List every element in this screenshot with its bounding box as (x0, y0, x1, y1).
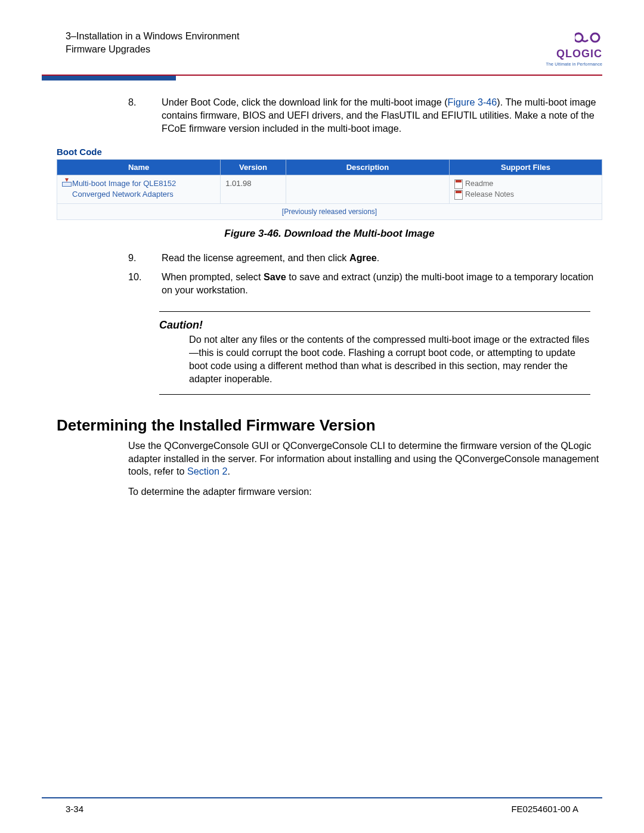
section-body: Use the QConvergeConsole GUI or QConverg… (128, 439, 602, 498)
figure-ref-link[interactable]: Figure 3-46 (448, 97, 497, 107)
prev-versions-row: [Previously released versions] (57, 204, 602, 220)
section-ref-link[interactable]: Section 2 (187, 466, 228, 476)
page-number: 3-34 (66, 803, 83, 815)
cell-name: Multi-boot Image for QLE8152 Converged N… (57, 175, 221, 204)
footer-rule (42, 797, 602, 798)
cell-description (286, 175, 449, 204)
figure-3-46: Boot Code Name Version Description Suppo… (57, 146, 602, 241)
caution-title: Caution! (159, 312, 590, 333)
col-name: Name (57, 159, 221, 175)
multiboot-download-link[interactable]: Multi-boot Image for QLE8152 Converged N… (72, 178, 215, 199)
step-text: Read the license agreement, and then cli… (162, 252, 602, 265)
cell-version: 1.01.98 (221, 175, 286, 204)
doc-id: FE0254601-00 A (511, 803, 578, 815)
readme-link[interactable]: Readme (454, 179, 597, 189)
header-rules (42, 75, 602, 81)
step-text: When prompted, select Save to save and e… (162, 271, 602, 297)
step-text: Under Boot Code, click the download link… (162, 96, 602, 135)
boot-code-title: Boot Code (57, 146, 602, 159)
page-header: 3–Installation in a Windows Environment … (42, 24, 602, 71)
figure-caption: Figure 3-46. Download the Multi-boot Ima… (57, 227, 602, 241)
section-heading: Determining the Installed Firmware Versi… (57, 415, 602, 436)
qlogic-logo-icon (575, 35, 602, 46)
document-icon (454, 179, 463, 189)
table-header-row: Name Version Description Support Files (57, 159, 602, 175)
qlogic-logo: QLOGIC The Ultimate in Performance (546, 30, 603, 67)
col-version: Version (221, 159, 286, 175)
header-line1: 3–Installation in a Windows Environment (66, 30, 240, 43)
col-description: Description (286, 159, 449, 175)
step-10: 10. When prompted, select Save to save a… (128, 271, 602, 297)
release-notes-link[interactable]: Release Notes (454, 190, 597, 200)
step-number: 8. (128, 96, 162, 135)
step-number: 10. (128, 271, 162, 297)
cell-support: Readme Release Notes (450, 175, 602, 204)
step-8: 8. Under Boot Code, click the download l… (128, 96, 602, 135)
caution-body: Do not alter any files or the contents o… (159, 333, 590, 394)
header-line2: Firmware Upgrades (66, 43, 240, 56)
download-icon (62, 178, 69, 187)
page-footer: 3-34 FE0254601-00 A (42, 803, 602, 815)
table-row: Multi-boot Image for QLE8152 Converged N… (57, 175, 602, 204)
col-support-files: Support Files (450, 159, 602, 175)
logo-text: QLOGIC (546, 47, 603, 61)
document-icon (454, 190, 463, 200)
step-9: 9. Read the license agreement, and then … (128, 252, 602, 265)
step-number: 9. (128, 252, 162, 265)
logo-tagline: The Ultimate in Performance (546, 61, 603, 67)
prev-versions-link[interactable]: [Previously released versions] (57, 204, 602, 220)
boot-code-table: Name Version Description Support Files M… (57, 159, 602, 220)
breadcrumb: 3–Installation in a Windows Environment … (66, 30, 240, 56)
caution-block: Caution! Do not alter any files or the c… (159, 311, 590, 395)
